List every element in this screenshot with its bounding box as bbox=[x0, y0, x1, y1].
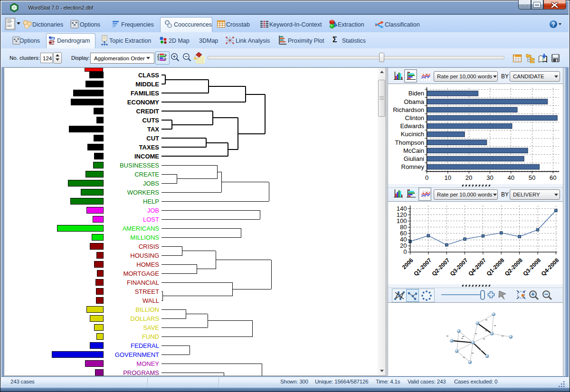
svg-text:McCain: McCain bbox=[403, 147, 424, 154]
svg-text:WORKERS: WORKERS bbox=[127, 189, 160, 196]
svg-text:Obama: Obama bbox=[404, 98, 424, 105]
svg-text:50: 50 bbox=[529, 174, 535, 181]
svg-text:INCOME: INCOME bbox=[134, 153, 159, 160]
svg-text:120: 120 bbox=[397, 211, 407, 218]
svg-text:MIDDLE: MIDDLE bbox=[135, 81, 159, 88]
svg-text:FEDERAL: FEDERAL bbox=[131, 342, 159, 349]
svg-text:SAVE: SAVE bbox=[143, 324, 159, 331]
svg-text:60: 60 bbox=[550, 174, 556, 181]
svg-text:30: 30 bbox=[486, 174, 493, 181]
svg-text:CRISIS: CRISIS bbox=[139, 243, 160, 250]
svg-text:BILLION: BILLION bbox=[135, 306, 159, 313]
svg-text:HOMES: HOMES bbox=[136, 261, 159, 268]
svg-text:CUT: CUT bbox=[146, 135, 159, 142]
svg-text:CREATE: CREATE bbox=[134, 171, 159, 178]
svg-text:140: 140 bbox=[397, 205, 407, 212]
svg-text:Richardson: Richardson bbox=[393, 106, 424, 113]
svg-text:CLASS: CLASS bbox=[138, 72, 159, 79]
svg-text:40: 40 bbox=[400, 236, 407, 243]
svg-text:MONEY: MONEY bbox=[136, 360, 159, 367]
svg-text:40: 40 bbox=[507, 174, 514, 181]
svg-text:JOBS: JOBS bbox=[143, 180, 159, 187]
svg-text:20: 20 bbox=[400, 242, 407, 249]
svg-text:HELP: HELP bbox=[143, 198, 159, 205]
svg-text:Thompson: Thompson bbox=[395, 139, 424, 146]
svg-text:BUSINESSES: BUSINESSES bbox=[120, 162, 159, 169]
svg-text:MILLIONS: MILLIONS bbox=[130, 234, 159, 241]
svg-text:FINANCIAL: FINANCIAL bbox=[127, 279, 159, 286]
svg-text:HOUSING: HOUSING bbox=[130, 252, 159, 259]
svg-text:WALL: WALL bbox=[142, 297, 159, 304]
svg-text:10: 10 bbox=[445, 174, 451, 181]
svg-text:60: 60 bbox=[400, 230, 407, 237]
svg-text:100: 100 bbox=[397, 217, 407, 224]
svg-text:STREET: STREET bbox=[135, 288, 159, 295]
svg-text:AMERICANS: AMERICANS bbox=[123, 225, 160, 232]
svg-text:CUTS: CUTS bbox=[142, 117, 160, 124]
svg-text:20: 20 bbox=[466, 174, 472, 181]
svg-text:MORTGAGE: MORTGAGE bbox=[123, 270, 159, 277]
svg-text:Giuliani: Giuliani bbox=[404, 155, 424, 162]
svg-text:FAMILIES: FAMILIES bbox=[131, 90, 159, 97]
svg-text:Biden: Biden bbox=[408, 90, 424, 97]
svg-text:PROGRAMS: PROGRAMS bbox=[123, 369, 159, 376]
svg-text:FUND: FUND bbox=[142, 333, 159, 340]
svg-text:Kucinich: Kucinich bbox=[401, 131, 424, 138]
svg-text:80: 80 bbox=[400, 224, 407, 231]
svg-text:Romney: Romney bbox=[401, 163, 425, 170]
svg-text:Edwards: Edwards bbox=[400, 122, 424, 130]
svg-text:ECONOMY: ECONOMY bbox=[127, 99, 160, 106]
svg-text:?: ? bbox=[551, 21, 555, 28]
svg-text:Clinton: Clinton bbox=[405, 114, 424, 121]
svg-text:LOST: LOST bbox=[143, 216, 159, 223]
svg-text:TAX: TAX bbox=[147, 126, 159, 133]
svg-text:CREDIT: CREDIT bbox=[136, 108, 159, 115]
svg-text:TAXES: TAXES bbox=[139, 144, 160, 151]
svg-text:GOVERNMENT: GOVERNMENT bbox=[115, 351, 159, 358]
svg-text:0: 0 bbox=[403, 248, 407, 255]
svg-text:DOLLARS: DOLLARS bbox=[130, 315, 159, 322]
svg-text:JOB: JOB bbox=[147, 207, 159, 214]
svg-text:0: 0 bbox=[425, 174, 428, 181]
